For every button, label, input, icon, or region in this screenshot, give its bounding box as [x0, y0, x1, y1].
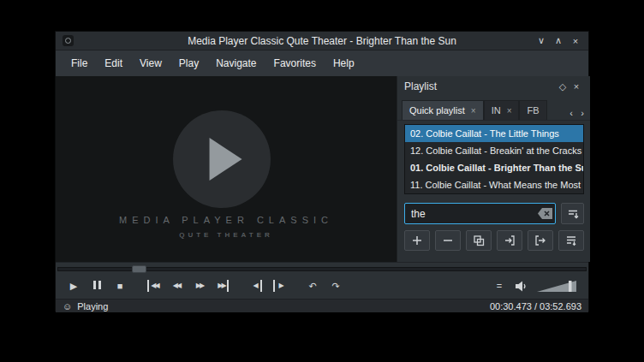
playlist-panel-title: Playlist [404, 80, 437, 92]
minimize-icon[interactable]: ∨ [534, 33, 549, 49]
clear-search-icon[interactable] [538, 208, 552, 219]
tab-scroll-left-icon[interactable]: ‹ [566, 106, 576, 120]
play-triangle-icon [210, 138, 242, 181]
tab-in[interactable]: IN × [484, 100, 520, 120]
export-button[interactable] [528, 230, 553, 251]
control-bar: ▶ ■ ◀◀ ◀◀ ▶▶ ▶▶ ◀ ▶ ↶ ↷ = [56, 262, 588, 299]
menu-item-view[interactable]: View [131, 54, 170, 73]
tab-scroll-controls: ‹ › [566, 106, 590, 120]
status-bar: ☺ Playing 00:30.473 / 03:52.693 [56, 299, 588, 312]
window-controls: ∨ ∧ × [534, 33, 588, 49]
import-button[interactable] [497, 230, 522, 251]
import-icon [504, 234, 516, 246]
jump-forward-button[interactable]: ↷ [330, 280, 342, 292]
pause-button[interactable] [91, 280, 103, 292]
titlebar[interactable]: Media Player Classic Qute Theater - Brig… [56, 32, 588, 50]
brand-text-secondary: QUTE THEATER [56, 231, 397, 239]
playlist-item-playing[interactable]: 01. Colbie Caillat - Brighter Than the S… [405, 159, 583, 176]
plus-icon [411, 234, 423, 246]
playlist-item[interactable]: 11. Colbie Caillat - What Means the Most [405, 176, 583, 193]
playlist-toolbar [404, 230, 584, 251]
main-area: MEDIA PLAYER CLASSIC QUTE THEATER Playli… [56, 76, 590, 262]
menu-item-edit[interactable]: Edit [96, 54, 131, 73]
speed-reset-button[interactable]: = [493, 280, 505, 292]
queue-icon [565, 234, 577, 246]
tab-label: FB [527, 105, 539, 116]
jump-back-button[interactable]: ↶ [307, 280, 319, 292]
menubar: File Edit View Play Navigate Favorites H… [56, 50, 588, 76]
tab-quick-playlist[interactable]: Quick playlist × [402, 100, 484, 120]
menu-item-favorites[interactable]: Favorites [265, 54, 325, 73]
export-icon [534, 234, 546, 246]
video-area[interactable]: MEDIA PLAYER CLASSIC QUTE THEATER [56, 76, 397, 262]
menu-item-navigate[interactable]: Navigate [207, 54, 265, 73]
queue-button[interactable] [558, 230, 584, 251]
app-icon [63, 35, 74, 46]
playlist-item[interactable]: 12. Colbie Caillat - Breakin' at the Cra… [405, 142, 583, 159]
window-title: Media Player Classic Qute Theater - Brig… [56, 35, 588, 47]
tab-close-icon[interactable]: × [471, 106, 476, 116]
filter-icon [567, 208, 579, 220]
next-track-button[interactable]: ▶▶ [217, 280, 229, 292]
close-icon[interactable]: × [568, 33, 583, 49]
pause-icon [93, 281, 101, 289]
transport-controls: ▶ ■ ◀◀ ◀◀ ▶▶ ▶▶ ◀ ▶ ↶ ↷ = [56, 276, 588, 296]
desktop: Media Player Classic Qute Theater - Brig… [0, 0, 644, 362]
tab-label: IN [492, 105, 501, 116]
volume-group: = [493, 280, 576, 292]
panel-float-icon[interactable]: ◇ [556, 81, 569, 92]
tab-label: Quick playlist [409, 105, 465, 116]
search-box [404, 203, 556, 224]
add-button[interactable] [404, 230, 430, 251]
tab-scroll-right-icon[interactable]: › [577, 106, 587, 120]
brand-text-primary: MEDIA PLAYER CLASSIC [56, 215, 397, 225]
menu-item-file[interactable]: File [63, 54, 96, 73]
seek-slider[interactable] [57, 265, 587, 273]
playback-state: Playing [77, 301, 108, 312]
duplicate-button[interactable] [466, 230, 492, 251]
seek-handle[interactable] [132, 265, 146, 273]
minus-icon [442, 234, 454, 246]
playlist-item[interactable]: 02. Colbie Caillat - The Little Things [405, 125, 583, 142]
stop-button[interactable]: ■ [114, 280, 126, 292]
mute-speaker-icon[interactable] [516, 281, 527, 292]
playlist-list: 02. Colbie Caillat - The Little Things 1… [404, 124, 584, 194]
menu-item-play[interactable]: Play [170, 54, 207, 73]
time-display: 00:30.473 / 03:52.693 [490, 301, 581, 312]
search-input[interactable] [404, 203, 556, 224]
panel-close-icon[interactable]: × [569, 81, 583, 92]
copy-icon [473, 234, 485, 246]
search-options-button[interactable] [561, 203, 584, 224]
rewind-button[interactable]: ◀◀ [170, 280, 182, 292]
play-button[interactable]: ▶ [68, 280, 80, 292]
maximize-icon[interactable]: ∧ [551, 33, 566, 49]
volume-handle[interactable] [569, 281, 572, 292]
play-overlay-icon[interactable] [173, 110, 271, 208]
status-smiley-icon: ☺ [63, 301, 72, 312]
frame-step-forward-button[interactable]: ▶ [273, 280, 285, 292]
previous-track-button[interactable]: ◀◀ [147, 280, 159, 292]
remove-button[interactable] [435, 230, 461, 251]
fast-forward-button[interactable]: ▶▶ [194, 280, 206, 292]
app-window: Media Player Classic Qute Theater - Brig… [55, 31, 589, 312]
menu-item-help[interactable]: Help [325, 54, 363, 73]
frame-step-back-button[interactable]: ◀ [250, 280, 262, 292]
playlist-search-row [404, 203, 584, 224]
playlist-panel: Playlist ◇ × Quick playlist × IN × [397, 76, 590, 262]
tab-fb[interactable]: FB [519, 100, 546, 120]
playlist-tabs: Quick playlist × IN × FB ‹ › [397, 97, 590, 121]
playlist-panel-header: Playlist ◇ × [397, 76, 590, 97]
tab-close-icon[interactable]: × [507, 106, 512, 116]
volume-slider[interactable] [537, 281, 576, 292]
